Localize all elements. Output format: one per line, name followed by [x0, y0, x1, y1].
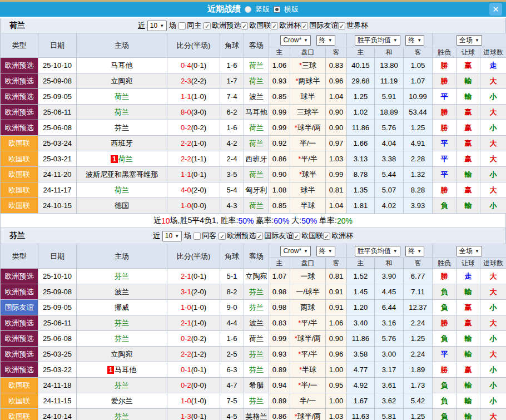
mean-time-select[interactable]: 终▼ [405, 35, 424, 46]
halftime-score: (1-0) [191, 397, 206, 405]
league-filter[interactable]: ✓欧国联 [241, 21, 271, 31]
match-type-badge: 欧洲预选 [1, 89, 38, 105]
handicap: *平/半 [290, 315, 326, 331]
league-filter[interactable]: ✓世界杯 [338, 21, 368, 31]
result-handicap: 輸 [457, 284, 480, 300]
asterisk-marker: * [295, 412, 297, 420]
same-venue-checkbox[interactable]: 同主 [178, 21, 201, 31]
bookmaker-select[interactable]: Crow*▼ [280, 246, 311, 256]
checkbox-icon: ✓ [301, 22, 308, 29]
mean-home: 1.25 [347, 89, 375, 105]
asterisk-marker: * [298, 350, 301, 358]
recent-count-select[interactable]: 10▼ [147, 21, 167, 31]
away-team-label: 芬兰 [249, 397, 264, 405]
odds-away: 0.90 [326, 105, 347, 120]
match-type-badge: 欧洲预选 [1, 73, 38, 89]
league-filter[interactable]: ✓欧洲预选 [204, 21, 241, 31]
odds-away: 1.06 [326, 315, 347, 331]
rank-badge: 1 [111, 155, 118, 163]
result-wdl: 勝 [433, 58, 457, 73]
halftime-score: (1-0) [191, 303, 206, 312]
league-filter[interactable]: ✓国际友谊 [256, 231, 293, 241]
fulltime-score: 1-1 [181, 92, 191, 101]
chevron-down-icon: ▼ [393, 247, 398, 255]
match-row: 欧国联24-11-18芬兰0-2(0-0)4-7希腊0.94*半/一0.954.… [1, 378, 506, 393]
matches-table: 类型 日期 主场 比分(半场) 角球 客场 Crow*▼ 终▼ 胜平负均值▼ 终… [0, 33, 506, 214]
col-odds-away: 客 [326, 47, 347, 58]
away-team-label: 荷兰 [249, 170, 264, 179]
mean-away: 2.28 [404, 151, 433, 167]
bookmaker-select[interactable]: Crow*▼ [280, 35, 311, 46]
league-filter[interactable]: ✓欧洲预选 [219, 231, 256, 241]
result-goals: 小 [480, 198, 506, 214]
odds-time-select[interactable]: 终▼ [316, 246, 335, 256]
vertical-layout-radio[interactable] [245, 6, 251, 13]
home-team-label: 马耳他 [115, 365, 136, 374]
mean-select[interactable]: 胜平负均值▼ [355, 246, 400, 256]
chevron-down-icon: ▼ [160, 22, 164, 30]
odds-away: 0.90 [326, 120, 347, 136]
asterisk-marker: * [299, 170, 302, 179]
odds-home: 0.94 [269, 378, 290, 393]
odds-away: 0.96 [326, 73, 347, 89]
corner-score: 1-7 [220, 73, 244, 89]
chevron-down-icon: ▼ [304, 247, 308, 255]
chevron-down-icon: ▼ [304, 36, 308, 45]
match-date: 24-10-14 [38, 409, 77, 420]
away-team-label: 荷兰 [249, 123, 264, 132]
mean-draw: 3.61 [375, 378, 404, 393]
col-wdl: 胜负 [433, 47, 457, 58]
mean-away: 4.91 [404, 136, 433, 151]
handicap: *半球 [290, 362, 326, 378]
recent-count-select[interactable]: 10▼ [162, 231, 182, 241]
odds-home: 0.93 [269, 73, 290, 89]
away-team-label: 西班牙 [246, 155, 267, 163]
result-goals: 小 [480, 89, 506, 105]
league-filter[interactable]: ✓国际友谊 [301, 21, 338, 31]
league-filter[interactable]: ✓欧国联 [293, 231, 323, 241]
result-wdl: 負 [433, 300, 457, 315]
halftime-score: (0-2) [191, 123, 206, 132]
mean-select[interactable]: 胜平负均值▼ [355, 35, 400, 46]
away-team: 立陶宛 [244, 269, 269, 284]
horizontal-layout-radio[interactable] [274, 6, 280, 13]
mean-draw: 3.90 [375, 269, 404, 284]
fulltime-score: 1-1 [181, 170, 191, 179]
odds-time-select[interactable]: 终▼ [316, 35, 335, 46]
checkbox-icon: ✓ [219, 233, 226, 240]
match-date: 24-11-17 [38, 182, 77, 198]
fullmatch-select[interactable]: 全场▼ [457, 35, 482, 46]
col-mean-draw: 和 [375, 258, 404, 269]
chevron-down-icon: ▼ [175, 232, 179, 240]
away-team-label: 芬兰 [249, 288, 264, 296]
away-team: 希腊 [244, 378, 269, 393]
handicap: 半/一 [290, 393, 326, 409]
mean-time-select[interactable]: 终▼ [405, 246, 424, 256]
match-date: 25-03-25 [38, 347, 77, 362]
corner-score: 5-1 [220, 269, 244, 284]
corner-score: 8-2 [220, 284, 244, 300]
home-team-label: 荷兰 [115, 108, 129, 116]
odds-home: 0.85 [269, 198, 290, 214]
col-mean-away: 客 [404, 47, 433, 58]
close-icon[interactable]: ✕ [489, 3, 502, 16]
match-date: 25-09-05 [38, 300, 77, 315]
league-filter[interactable]: ✓欧洲杯 [271, 21, 301, 31]
odds-away: 1.03 [326, 409, 347, 420]
home-team: 芬兰 [77, 331, 167, 347]
horizontal-layout-label[interactable]: 横版 [284, 4, 299, 14]
mean-home: 40.15 [347, 58, 375, 73]
score: 1-0(0-0) [167, 198, 220, 214]
result-wdl: 負 [433, 393, 457, 409]
corner-score: 2-5 [220, 347, 244, 362]
result-handicap: 赢 [457, 105, 480, 120]
fulltime-score: 0-2 [181, 381, 191, 389]
home-team: 荷兰 [77, 182, 167, 198]
match-type-badge: 国际友谊 [1, 300, 38, 315]
same-venue-checkbox[interactable]: 同客 [194, 231, 216, 241]
fullmatch-select[interactable]: 全场▼ [457, 246, 482, 256]
vertical-layout-label[interactable]: 竖版 [255, 4, 270, 14]
league-filter[interactable]: ✓欧洲杯 [323, 231, 353, 241]
col-handicap: 盘口 [290, 47, 326, 58]
mean-draw: 5.76 [375, 120, 404, 136]
